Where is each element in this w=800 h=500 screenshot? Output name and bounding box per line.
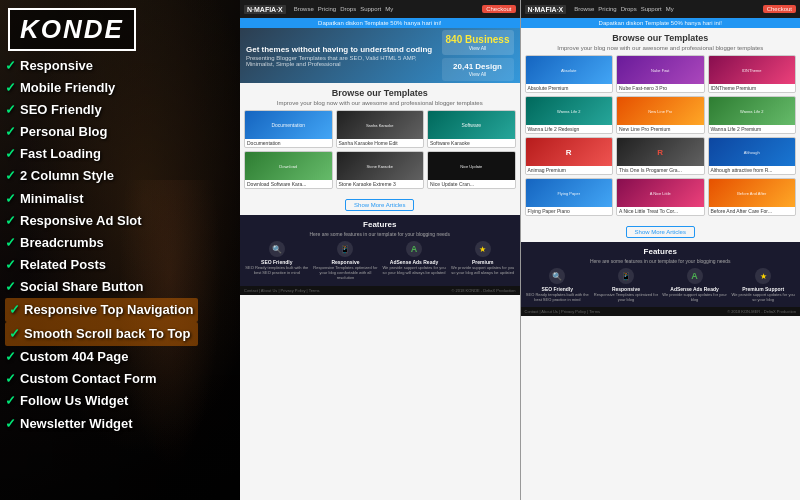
left-website-navbar: N·MAFIA·X Browse Pricing Drops Support M… bbox=[240, 0, 520, 18]
r-card-image-11: A Nice Little bbox=[617, 179, 704, 207]
right-panel: N·MAFIA·X Browse Pricing Drops Support M… bbox=[240, 0, 800, 500]
right-nav-support[interactable]: Support bbox=[641, 6, 662, 12]
left-feature-seo-desc: SEO Ready templates built with the best … bbox=[244, 265, 310, 275]
right-section-title: Browse our Templates bbox=[521, 28, 801, 45]
r-card-label-1: Absolute Premium bbox=[526, 84, 613, 92]
r-template-card-1[interactable]: Absolute Absolute Premium bbox=[525, 55, 614, 93]
right-show-more-btn[interactable]: Show More Articles bbox=[626, 226, 695, 238]
right-adsense-icon: A bbox=[687, 268, 703, 284]
nav-link-support[interactable]: Support bbox=[360, 6, 381, 12]
r-template-card-10[interactable]: Flying Paper Flying Paper Piano bbox=[525, 178, 614, 216]
right-feature-premium: ★ Premium Support We provide support upd… bbox=[730, 268, 796, 302]
feature-social-share: ✓ Social Share Button bbox=[5, 276, 198, 298]
r-template-card-5[interactable]: New Line Pro New Line Pro Premium bbox=[616, 96, 705, 134]
right-website-navbar: N·MAFIA·X Browse Pricing Drops Support M… bbox=[521, 0, 801, 18]
r-card-image-3: IDNTheme bbox=[709, 56, 796, 84]
feature-adslot: ✓ Responsive Ad Slot bbox=[5, 210, 198, 232]
r-card-label-6: Wanna Life 2 Premium bbox=[709, 125, 796, 133]
right-nav-drops[interactable]: Drops bbox=[621, 6, 637, 12]
r-card-image-1: Absolute bbox=[526, 56, 613, 84]
left-show-more-btn[interactable]: Show More Articles bbox=[345, 199, 414, 211]
feature-404: ✓ Custom 404 Page bbox=[5, 346, 198, 368]
right-navbar-cta[interactable]: Checkout bbox=[763, 5, 796, 13]
left-footer: Contact | About Us | Privacy Policy | Te… bbox=[240, 286, 520, 295]
feature-seo: ✓ SEO Friendly bbox=[5, 99, 198, 121]
right-nav-pricing[interactable]: Pricing bbox=[598, 6, 616, 12]
right-template-grid: Absolute Absolute Premium Nube Fast Nube… bbox=[521, 55, 801, 216]
template-card-6[interactable]: Nice Update Nice Update Cran... bbox=[427, 151, 516, 189]
r-card-label-7: Animag Premium bbox=[526, 166, 613, 174]
feature-contact: ✓ Custom Contact Form bbox=[5, 368, 198, 390]
left-show-more: Show More Articles bbox=[240, 193, 520, 211]
feature-mobile: ✓ Mobile Friendly bbox=[5, 77, 198, 99]
card-image-4: Download bbox=[245, 152, 332, 180]
r-card-label-5: New Line Pro Premium bbox=[617, 125, 704, 133]
left-features-section: Features Here are some features in our t… bbox=[240, 215, 520, 286]
left-section-sub: Improve your blog now with our awesome a… bbox=[240, 100, 520, 106]
r-template-card-2[interactable]: Nube Fast Nube Fast-nero 3 Pro bbox=[616, 55, 705, 93]
nav-link-drops[interactable]: Drops bbox=[340, 6, 356, 12]
left-badge1-number: 840 Business bbox=[446, 34, 510, 45]
r-template-card-9[interactable]: Although Although attractive from R... bbox=[708, 137, 797, 175]
r-template-card-11[interactable]: A Nice Little A Nice Little Treat To Cor… bbox=[616, 178, 705, 216]
card-label-3: Software Karaoke bbox=[428, 139, 515, 147]
r-card-label-2: Nube Fast-nero 3 Pro bbox=[617, 84, 704, 92]
nav-link-pricing[interactable]: Pricing bbox=[318, 6, 336, 12]
right-features-sub: Here are some features in our template f… bbox=[525, 258, 797, 264]
template-card-5[interactable]: Stone Karaoke Stone Karaoke Extreme 3 bbox=[336, 151, 425, 189]
feature-responsive: ✓ Responsive bbox=[5, 55, 198, 77]
r-card-image-8: R bbox=[617, 138, 704, 166]
feature-minimalist: ✓ Minimalist bbox=[5, 188, 198, 210]
card-label-5: Stone Karaoke Extreme 3 bbox=[337, 180, 424, 188]
feature-newsletter: ✓ Newsletter Widget bbox=[5, 413, 198, 435]
r-template-card-7[interactable]: R Animag Premium bbox=[525, 137, 614, 175]
right-feature-responsive: 📱 Responsive Responsive Templates optimi… bbox=[593, 268, 659, 302]
right-show-more: Show More Articles bbox=[521, 220, 801, 238]
r-template-card-6[interactable]: Wanna Life 2 Wanna Life 2 Premium bbox=[708, 96, 797, 134]
premium-icon: ★ bbox=[475, 241, 491, 257]
card-image-5: Stone Karaoke bbox=[337, 152, 424, 180]
template-card-1[interactable]: Documentation Documentation bbox=[244, 110, 333, 148]
left-feature-responsive-desc: Responsive Templates optimized for your … bbox=[313, 265, 379, 281]
left-footer-copy: © 2018 KONDE - DeltaX Production bbox=[451, 288, 515, 293]
left-badge2-number: 20,41 Design bbox=[446, 62, 510, 71]
left-section-title: Browse our Templates bbox=[240, 83, 520, 100]
seo-icon: 🔍 bbox=[269, 241, 285, 257]
adsense-icon: A bbox=[406, 241, 422, 257]
right-feature-seo: 🔍 SEO Friendly SEO Ready templates built… bbox=[525, 268, 591, 302]
right-section-sub: Improve your blog now with our awesome a… bbox=[521, 45, 801, 51]
card-label-2: Sanha Karaoke Home Edit bbox=[337, 139, 424, 147]
feature-blog: ✓ Personal Blog bbox=[5, 121, 198, 143]
r-template-card-12[interactable]: Before And After Before And After Care F… bbox=[708, 178, 797, 216]
left-feature-adsense-desc: We provide support updates for you so yo… bbox=[381, 265, 447, 275]
template-card-4[interactable]: Download Download Software Kara... bbox=[244, 151, 333, 189]
right-footer-copy: © 2018 KON-MER - DeltaX Production bbox=[727, 309, 796, 314]
right-feature-adsense: A AdSense Ads Ready We provide support u… bbox=[662, 268, 728, 302]
left-hero-badges: 840 Business View All 20,41 Design View … bbox=[442, 30, 514, 81]
template-card-3[interactable]: Software Software Karaoke bbox=[427, 110, 516, 148]
left-hero-badge1: 840 Business View All bbox=[442, 30, 514, 55]
r-template-card-8[interactable]: R This One Is Progamer Gra... bbox=[616, 137, 705, 175]
feature-loading: ✓ Fast Loading bbox=[5, 143, 198, 165]
right-nav-my[interactable]: My bbox=[666, 6, 674, 12]
card-image-2: Sanha Karaoke bbox=[337, 111, 424, 139]
template-card-2[interactable]: Sanha Karaoke Sanha Karaoke Home Edit bbox=[336, 110, 425, 148]
r-template-card-3[interactable]: IDNTheme IDNTheme Premium bbox=[708, 55, 797, 93]
left-announce-bar: Dapatkan diskon Template 50% hanya hari … bbox=[240, 18, 520, 28]
nav-link-my[interactable]: My bbox=[385, 6, 393, 12]
r-card-label-11: A Nice Little Treat To Cor... bbox=[617, 207, 704, 215]
left-footer-links: Contact | About Us | Privacy Policy | Te… bbox=[244, 288, 320, 293]
left-template-grid: Documentation Documentation Sanha Karaok… bbox=[240, 110, 520, 189]
left-hero-badge2: 20,41 Design View All bbox=[442, 58, 514, 81]
card-label-4: Download Software Kara... bbox=[245, 180, 332, 188]
right-seo-icon: 🔍 bbox=[549, 268, 565, 284]
r-template-card-4[interactable]: Wanna Life 2 Wanna Life 2 Redesign bbox=[525, 96, 614, 134]
features-list: ✓ Responsive ✓ Mobile Friendly ✓ SEO Fri… bbox=[5, 55, 198, 435]
websites-container: N·MAFIA·X Browse Pricing Drops Support M… bbox=[240, 0, 800, 500]
left-navbar-cta[interactable]: Checkout bbox=[482, 5, 515, 13]
right-nav-browse[interactable]: Browse bbox=[574, 6, 594, 12]
left-hero-title: Get themes without having to understand … bbox=[246, 44, 438, 55]
nav-link-browse[interactable]: Browse bbox=[294, 6, 314, 12]
feature-breadcrumbs: ✓ Breadcrumbs bbox=[5, 232, 198, 254]
r-card-image-4: Wanna Life 2 bbox=[526, 97, 613, 125]
